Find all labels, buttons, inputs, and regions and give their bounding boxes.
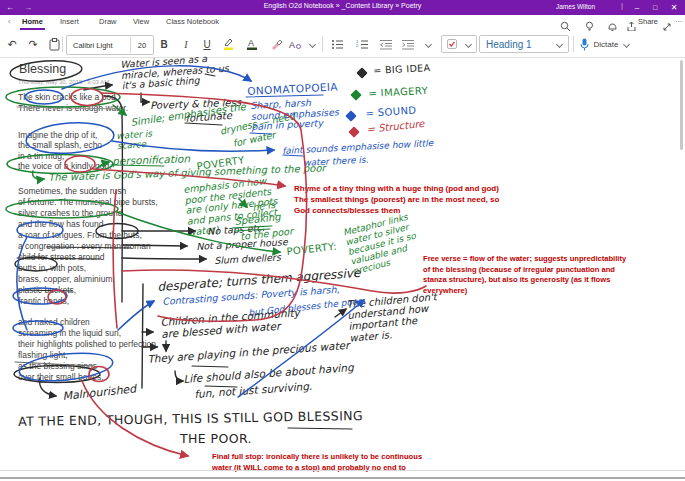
more-ellipsis-icon[interactable]: … [675,15,683,24]
note-faint-sounds-2: water there is. [303,155,369,168]
dictate-label[interactable]: Dictate [590,31,622,57]
style-selected: Heading 1 [486,39,532,50]
titlebar: ← → English O2d Notebook » _Content Libr… [0,0,685,15]
note-faint-sounds-1: faint sounds emphasise how little [282,138,434,156]
svg-text:2: 2 [356,43,359,48]
todo-tag-dropdown[interactable] [441,35,477,53]
poem-stanza-3[interactable]: Sometimes, the sudden rushof fortune. Th… [18,186,158,307]
format-painter-icon[interactable] [268,31,285,57]
font-more-chevron[interactable] [306,31,318,57]
note-water-scarce: water is scarce [116,129,153,152]
note-children-understand: The children don't understand how import… [346,291,440,343]
share-button[interactable]: Share [638,17,658,26]
legend-sound-diamond-icon [345,110,356,121]
typed-note-rhyme[interactable]: Rhyme of a tiny thing with a huge thing … [294,183,499,216]
note-water-miracle: Water is seen as a miracle, whereas to u… [120,52,230,91]
tab-insert[interactable]: Insert [60,17,79,26]
svg-text:A: A [248,38,254,48]
bullet-list-icon[interactable] [329,31,345,57]
paragraph-more-chevron[interactable] [422,31,434,57]
increase-indent-icon[interactable] [400,31,416,57]
note-children-blessed: Children in the community are blessed wi… [160,307,301,340]
svg-text:A: A [289,40,295,50]
minimize-icon[interactable]: – [629,0,645,15]
todo-tag-checkbox-icon [447,39,457,49]
legend-sound-label: = SOUND [365,104,417,119]
tab-view[interactable]: View [133,17,149,26]
font-effects-icon[interactable]: A [287,31,303,57]
tab-class-notebook[interactable]: Class Notebook [166,17,219,26]
ribbon-collapse-chevron[interactable]: ‹ [8,17,11,26]
onenote-window: ← → English O2d Notebook » _Content Libr… [0,0,685,481]
ribbon-toolbar: ↶ ↷ Calibri Light 20 B I U A A 12 [0,31,685,58]
bold-button[interactable]: B [156,31,172,57]
paste-clipboard-icon[interactable] [47,31,61,57]
legend-structure-label: = Structure [366,118,425,135]
poem-stanza-1[interactable]: The skin cracks like a pod.There never i… [18,92,128,114]
tab-draw[interactable]: Draw [99,17,117,26]
dictate-chevron[interactable] [620,31,632,57]
note-slum-dwellers: Slum dwellers [214,253,281,267]
note-at-the-end-1: AT THE END, THOUGH, THIS IS STILL GOD BL… [18,409,363,429]
poem-stanza-2[interactable]: Imagine the drip of it,the small splash,… [18,130,112,172]
note-malnourished: Malnourished [62,383,137,403]
legend-big-idea-diamond-icon [356,67,367,78]
close-icon[interactable]: ✕ [666,0,682,15]
font-color-icon[interactable]: A [244,31,260,57]
redo-icon[interactable]: ↷ [25,31,41,57]
note-sharp-harsh: Sharp, harsh sound emphasises pain in po… [250,96,340,132]
page-date-stamp: Thursday, May 30, 2019 9:03 AM [18,79,109,85]
ribbon-tab-row: ‹ Home Insert Draw View Class Notebook S… [0,15,685,31]
tab-home[interactable]: Home [22,17,43,26]
vertical-scrollbar[interactable] [680,60,683,150]
note-personification: personification [112,153,190,167]
legend-imagery-label: = IMAGERY [368,85,428,99]
font-controls: Calibri Light 20 [66,35,154,55]
note-playing: They are playing in the precious water [147,340,350,366]
user-name: James Wilton [556,3,595,10]
legend-big-idea-label: = BIG IDEA [373,63,431,77]
note-at-the-end-2: THE POOR. [180,432,252,446]
decrease-indent-icon[interactable] [378,31,394,57]
style-dropdown[interactable]: Heading 1 [479,35,569,53]
legend-structure-diamond-icon [348,126,359,137]
note-poverty-label: POVERTY: [286,241,337,257]
undo-icon[interactable]: ↶ [4,31,20,57]
font-name-select[interactable]: Calibri Light [67,41,130,50]
font-size-select[interactable]: 20 [131,41,153,50]
dictate-mic-icon[interactable] [578,31,590,57]
legend-imagery-diamond-icon [350,89,361,100]
note-onomatopoeia: ONOMATOPOEIA [247,81,338,97]
typed-note-free-verse[interactable]: Free verse = flow of the water; suggests… [423,254,626,296]
titlebar-separator: | [621,1,623,10]
page-title[interactable]: Blessing [19,62,66,76]
maximize-icon[interactable]: □ [647,0,663,15]
window-bottom-edge [0,477,685,479]
horizontal-scrollbar-track[interactable] [0,470,685,471]
numbered-list-icon[interactable]: 12 [354,31,370,57]
poem-stanza-4[interactable]: and naked childrenscreaming in the liqui… [18,317,158,383]
